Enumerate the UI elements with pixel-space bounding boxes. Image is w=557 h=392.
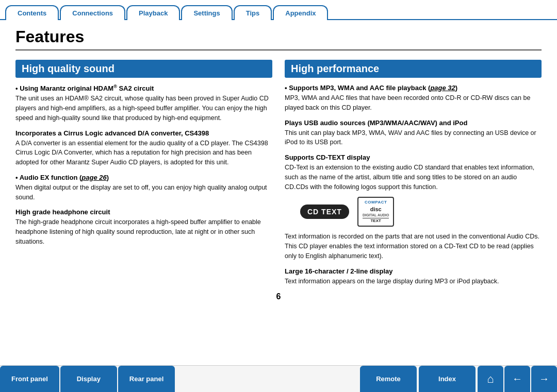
btn-index[interactable]: Index	[419, 366, 476, 392]
tab-playback[interactable]: Playback	[126, 5, 180, 20]
main-content: Features High quality sound • Using Mara…	[0, 20, 557, 365]
feature-audio-ex-body: When digital output or the display are s…	[15, 183, 272, 202]
btn-remote[interactable]: Remote	[360, 366, 417, 392]
page-number: 6	[276, 292, 281, 301]
feature-display-body: Text information appears on the large di…	[285, 277, 542, 286]
right-column: High performance • Supports MP3, WMA and…	[285, 60, 542, 292]
cdtext-logos: CD TEXT COMPACT disc DIGITAL AUDIO TEXT	[300, 197, 542, 227]
feature-display-title: Large 16-character / 2-line display	[285, 267, 542, 275]
feature-audio-ex-title: • Audio EX function (page 26)	[15, 174, 272, 181]
audio-ex-link[interactable]: page 26	[81, 174, 106, 181]
bottom-nav-right: Remote Index ⌂ ← →	[360, 366, 557, 392]
page-title: Features	[15, 27, 542, 50]
two-column-layout: High quality sound • Using Marantz origi…	[15, 60, 542, 292]
cdtext-logo: CD TEXT	[300, 204, 349, 219]
feature-usb: Plays USB audio sources (MP3/WMA/AAC/WAV…	[285, 119, 542, 148]
btn-forward[interactable]: →	[531, 366, 557, 392]
feature-mp3-wma: • Supports MP3, WMA and AAC file playbac…	[285, 84, 542, 113]
feature-hdam-title: • Using Marantz original HDAM® SA2 circu…	[15, 84, 272, 92]
btn-rear-panel[interactable]: Rear panel	[118, 366, 175, 392]
feature-hdam: • Using Marantz original HDAM® SA2 circu…	[15, 84, 272, 123]
feature-hdam-body: The unit uses an HDAM® SA2 circuit, whos…	[15, 94, 272, 123]
disc-text-label: TEXT	[363, 218, 389, 224]
feature-cirrus: Incorporates a Cirrus Logic advanced D/A…	[15, 129, 272, 167]
feature-mp3-body: MP3, WMA and AAC files that have been re…	[285, 93, 542, 113]
feature-mp3-title: • Supports MP3, WMA and AAC file playbac…	[285, 84, 542, 92]
feature-cirrus-title: Incorporates a Cirrus Logic advanced D/A…	[15, 129, 272, 137]
btn-back[interactable]: ←	[504, 366, 530, 392]
feature-large-display: Large 16-character / 2-line display Text…	[285, 267, 542, 286]
btn-home[interactable]: ⌂	[478, 366, 503, 392]
feature-headphone-body: The high-grade headphone circuit incorpo…	[15, 217, 272, 246]
tab-contents[interactable]: Contents	[5, 5, 59, 20]
feature-cdtext-body-after: Text information is recorded on the part…	[285, 232, 542, 261]
feature-cdtext: Supports CD-TEXT display CD-Text is an e…	[285, 154, 542, 261]
tab-appendix[interactable]: Appendix	[273, 5, 328, 20]
feature-cirrus-body: A D/A converter is an essential element …	[15, 139, 272, 167]
left-column: High quality sound • Using Marantz origi…	[15, 60, 272, 292]
tab-settings[interactable]: Settings	[181, 5, 232, 20]
feature-cdtext-body-before: CD-Text is an extension to the existing …	[285, 163, 542, 192]
feature-headphone-title: High grade headphone circuit	[15, 208, 272, 216]
disc-label: disc	[363, 206, 389, 213]
feature-usb-title: Plays USB audio sources (MP3/WMA/AAC/WAV…	[285, 119, 542, 127]
mp3-page-link[interactable]: page 32	[430, 84, 455, 92]
btn-display[interactable]: Display	[60, 366, 117, 392]
compact-disc-logo: COMPACT disc DIGITAL AUDIO TEXT	[357, 197, 395, 227]
feature-headphone: High grade headphone circuit The high-gr…	[15, 208, 272, 246]
feature-cdtext-title: Supports CD-TEXT display	[285, 154, 542, 161]
top-navigation: Contents Connections Playback Settings T…	[0, 4, 557, 20]
tab-connections[interactable]: Connections	[60, 5, 125, 20]
disc-digital-audio-label: DIGITAL AUDIO	[363, 213, 389, 217]
btn-front-panel[interactable]: Front panel	[0, 366, 59, 392]
disc-compact-label: COMPACT	[363, 200, 389, 205]
feature-usb-body: This unit can play back MP3, WMA, WAV an…	[285, 128, 542, 148]
bottom-navigation: Front panel Display Rear panel Remote In…	[0, 365, 557, 392]
tab-tips[interactable]: Tips	[234, 5, 272, 20]
feature-audio-ex: • Audio EX function (page 26) When digit…	[15, 174, 272, 202]
left-section-header: High quality sound	[15, 60, 272, 78]
right-section-header: High performance	[285, 60, 542, 78]
page-number-area: 6	[15, 292, 542, 301]
